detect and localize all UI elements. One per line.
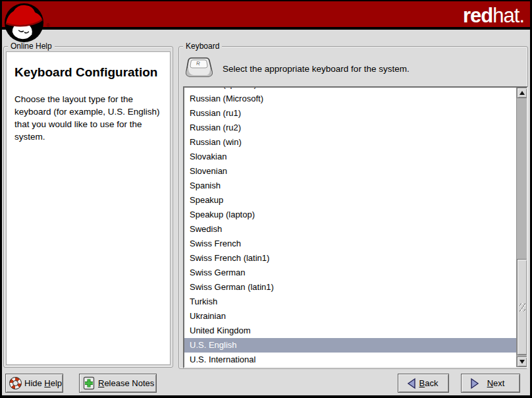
keyboard-instruction: Select the appropriate keyboard for the … <box>223 64 410 74</box>
list-item[interactable]: Swiss French (latin1) <box>184 251 516 266</box>
keyboard-frame-label: Keyboard <box>183 42 222 51</box>
list-item[interactable]: Ukrainian <box>184 309 516 324</box>
hide-help-button[interactable]: Hide Help <box>5 374 63 393</box>
keyboard-list-rows: Russian (cp1251)Russian (Microsoft)Russi… <box>184 86 516 367</box>
list-item[interactable]: Russian (Microsoft) <box>184 92 516 106</box>
scrollbar-down-button[interactable] <box>517 356 527 367</box>
hide-help-label: Hide Help <box>24 378 62 388</box>
keyboard-list-scrollbar[interactable] <box>516 88 527 367</box>
redhat-wordmark: redhat. <box>463 4 524 28</box>
back-button[interactable]: Back <box>398 374 449 393</box>
list-item[interactable]: Swiss French <box>184 237 516 251</box>
keyboard-list[interactable]: Russian (cp1251)Russian (Microsoft)Russi… <box>183 86 528 368</box>
scrollbar-thumb[interactable] <box>517 259 527 355</box>
release-notes-icon <box>83 376 95 390</box>
scrollbar-up-button[interactable] <box>517 88 527 98</box>
list-item[interactable]: Russian (ru2) <box>184 121 516 135</box>
help-body-text: Choose the layout type for the keyboard … <box>14 93 167 143</box>
wordmark-red: red <box>463 4 492 27</box>
redhat-shadowman-logo-icon <box>3 2 45 43</box>
list-item[interactable]: Speakup (laptop) <box>184 208 516 222</box>
list-item[interactable]: Swedish <box>184 222 516 237</box>
top-banner <box>2 1 530 30</box>
list-item[interactable]: Turkish <box>184 295 516 309</box>
list-item[interactable]: Russian (ru1) <box>184 106 516 121</box>
keyboard-header: R Select the appropriate keyboard for th… <box>184 55 410 82</box>
list-item[interactable]: Slovakian <box>184 150 516 164</box>
list-item[interactable]: Spanish <box>184 179 516 193</box>
list-item[interactable]: United Kingdom <box>184 324 516 338</box>
list-item[interactable]: Swiss German <box>184 266 516 280</box>
back-arrow-icon <box>406 378 417 389</box>
release-notes-label: Release Notes <box>98 378 154 388</box>
list-item[interactable]: U.S. English <box>184 338 516 353</box>
scroll-up-arrow-icon <box>519 91 525 95</box>
installer-window: ® redhat. Online Help Keyboard Configura… <box>0 0 532 398</box>
scroll-down-arrow-icon <box>519 360 525 364</box>
help-lifebuoy-icon <box>9 377 22 389</box>
list-item[interactable]: Russian (cp1251) <box>184 86 516 92</box>
online-help-content: Keyboard Configuration Choose the layout… <box>6 51 171 365</box>
list-item[interactable]: Speakup <box>184 193 516 208</box>
keyboard-key-icon: R <box>184 56 213 81</box>
next-arrow-icon <box>469 378 480 389</box>
installer-content: ® redhat. Online Help Keyboard Configura… <box>2 1 530 395</box>
release-notes-button[interactable]: Release Notes <box>79 374 157 393</box>
next-button[interactable]: Next <box>461 374 520 393</box>
next-label: Next <box>487 378 505 388</box>
wordmark-hat: hat. <box>492 4 524 27</box>
registered-trademark: ® <box>46 22 50 28</box>
list-item[interactable]: U.S. International <box>184 353 516 367</box>
list-item[interactable]: Swiss German (latin1) <box>184 280 516 295</box>
back-label: Back <box>419 378 439 388</box>
online-help-panel: Online Help Keyboard Configuration Choos… <box>3 46 173 368</box>
help-title: Keyboard Configuration <box>14 65 163 80</box>
list-item[interactable]: Slovenian <box>184 164 516 179</box>
list-item[interactable]: Russian (win) <box>184 135 516 150</box>
keyboard-panel: Keyboard R Select the appropriate keyboa… <box>178 46 528 369</box>
